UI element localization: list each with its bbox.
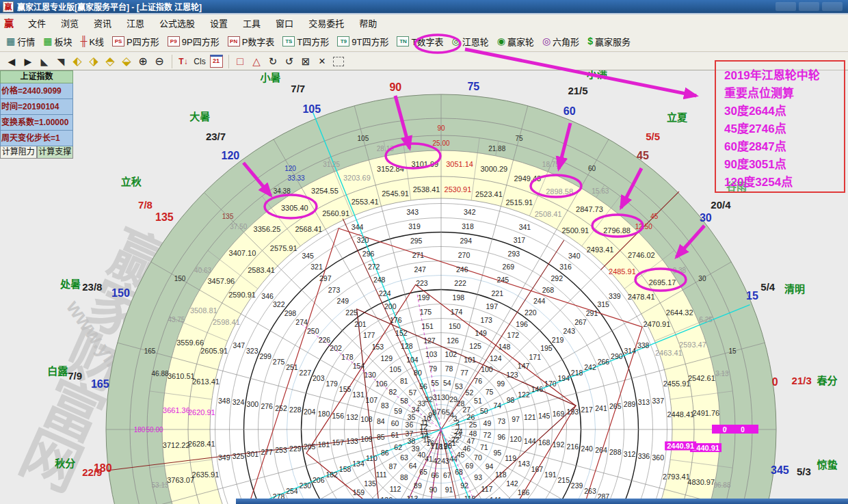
diamond-down-icon[interactable]: ⬙ [119, 55, 134, 68]
svg-text:30: 30 [441, 393, 449, 401]
svg-text:150: 150 [449, 322, 461, 330]
diamond-right-icon[interactable]: ⬗ [86, 55, 101, 68]
svg-text:2470.91: 2470.91 [644, 320, 671, 328]
rotate-cw-icon[interactable]: ↻ [265, 55, 280, 68]
p-table-button[interactable]: PN P数字表 [224, 33, 278, 50]
svg-text:2635.91: 2635.91 [192, 470, 220, 479]
svg-text:228: 228 [289, 406, 302, 414]
sectors-button[interactable]: ▦ 板块 [40, 33, 75, 50]
svg-text:45: 45 [650, 213, 659, 220]
menu-gann[interactable]: 江恩 [119, 15, 152, 31]
svg-text:317: 317 [514, 236, 526, 244]
menu-window[interactable]: 窗口 [268, 15, 301, 31]
svg-text:31.25: 31.25 [323, 161, 340, 168]
svg-text:195: 195 [540, 344, 553, 352]
svg-text:54: 54 [443, 379, 451, 387]
rotate-step-left-icon[interactable]: ◣ [37, 55, 52, 68]
boxed-x-icon[interactable]: ⊠ [298, 55, 313, 68]
svg-text:321: 321 [310, 263, 323, 271]
page-right-icon[interactable]: ▶ [21, 55, 36, 68]
svg-text:2847.73: 2847.73 [576, 205, 603, 213]
rotate-ccw-icon[interactable]: ↺ [282, 55, 297, 68]
svg-text:251: 251 [286, 363, 298, 371]
calendar-icon[interactable]: 21 [209, 55, 224, 68]
svg-text:90: 90 [389, 81, 401, 93]
t-square-button[interactable]: TS T四方形 [279, 33, 332, 50]
square-tool-icon[interactable]: □ [233, 55, 248, 68]
svg-text:58: 58 [400, 397, 408, 405]
gann-wheel-button[interactable]: ◎ 江恩轮 [448, 33, 492, 50]
diamond-up-icon[interactable]: ⬘ [103, 55, 118, 68]
tn-icon: TN [397, 36, 409, 47]
svg-text:265: 265 [609, 402, 622, 410]
svg-text:3.13: 3.13 [715, 370, 729, 377]
svg-text:51: 51 [474, 397, 482, 405]
quotes-button[interactable]: ▦ 行情 [3, 33, 38, 50]
svg-text:277: 277 [261, 448, 273, 456]
hexagon-button[interactable]: ◎ 六角形 [539, 33, 583, 50]
svg-text:206: 206 [313, 476, 325, 484]
svg-text:2493.41: 2493.41 [587, 246, 614, 254]
svg-text:275: 275 [273, 358, 285, 366]
menu-bar: 赢 文件 浏览 资讯 江恩 公式选股 设置 工具 窗口 交易委托 帮助 [0, 14, 848, 31]
triangle-tool-icon[interactable]: △ [249, 55, 264, 68]
svg-text:200: 200 [384, 302, 397, 310]
svg-text:60: 60 [588, 165, 596, 172]
svg-text:2485.91: 2485.91 [609, 267, 636, 276]
menu-formula-stock-pick[interactable]: 公式选股 [152, 15, 202, 31]
svg-text:3305.40: 3305.40 [281, 204, 308, 212]
window-controls[interactable] [776, 2, 843, 11]
svg-text:79: 79 [429, 364, 438, 373]
menu-tools[interactable]: 工具 [235, 15, 268, 31]
svg-text:71: 71 [480, 443, 488, 451]
svg-text:32: 32 [425, 395, 433, 403]
svg-text:25: 25 [469, 421, 477, 429]
svg-text:94: 94 [486, 462, 494, 470]
kline-button[interactable]: ╫ K线 [77, 33, 108, 50]
menu-trade[interactable]: 交易委托 [301, 15, 352, 31]
svg-text:2515.91: 2515.91 [505, 198, 533, 207]
diamond-left-icon[interactable]: ⬖ [70, 55, 85, 68]
time-axis-icon[interactable]: T↓ [176, 55, 191, 68]
calc-support-button[interactable]: 计算支撑 [37, 146, 74, 159]
t9-square-button[interactable]: T9 9T四方形 [334, 33, 392, 50]
collapse-x-icon[interactable]: ✕ [315, 55, 330, 68]
svg-text:小满: 小满 [587, 70, 607, 80]
svg-text:171: 171 [529, 353, 541, 361]
zoom-in-icon[interactable]: ⊕ [135, 55, 150, 68]
svg-text:3508.81: 3508.81 [190, 306, 217, 315]
svg-text:22/9: 22/9 [82, 466, 102, 478]
svg-text:318: 318 [462, 222, 474, 230]
winner-wheel-button[interactable]: ◉ 赢家轮 [494, 33, 538, 50]
svg-text:241: 241 [595, 404, 607, 412]
p-square-button[interactable]: PS P四方形 [109, 33, 163, 50]
zoom-out-icon[interactable]: ⊖ [152, 55, 167, 68]
svg-text:9.38: 9.38 [673, 267, 687, 274]
svg-text:121: 121 [524, 413, 536, 421]
menu-news[interactable]: 资讯 [86, 15, 119, 31]
quotes-grid-icon: ▦ [6, 36, 15, 46]
svg-text:349: 349 [218, 453, 230, 462]
winner-service-button[interactable]: $ 赢家服务 [584, 33, 634, 50]
svg-text:229: 229 [289, 445, 302, 453]
svg-text:2530.91: 2530.91 [445, 185, 472, 194]
annotation-box: 2019年江恩轮中轮 重要点位测算 30度2644点 45度2746点 60度2… [715, 60, 845, 193]
menu-settings[interactable]: 设置 [202, 15, 235, 31]
svg-text:29: 29 [449, 395, 458, 403]
date-row: 时间=20190104 [0, 99, 73, 115]
rotate-step-right-icon[interactable]: ◥ [53, 55, 68, 68]
svg-text:2538.41: 2538.41 [413, 185, 440, 194]
t-table-button[interactable]: TN T数字表 [393, 33, 447, 50]
menu-help[interactable]: 帮助 [352, 15, 384, 31]
svg-text:336: 336 [638, 452, 650, 460]
cls-button[interactable]: Cls [192, 55, 207, 68]
svg-text:2593.47: 2593.47 [679, 341, 706, 349]
menu-browse[interactable]: 浏览 [53, 15, 86, 31]
svg-text:62: 62 [394, 443, 402, 451]
calc-resistance-button[interactable]: 计算阻力 [0, 146, 37, 159]
menu-file[interactable]: 文件 [21, 15, 53, 31]
selection-marquee-icon[interactable] [331, 55, 346, 68]
page-left-icon[interactable]: ◀ [4, 55, 19, 68]
svg-text:154: 154 [353, 362, 365, 370]
p9-square-button[interactable]: P9 9P四方形 [164, 33, 223, 50]
